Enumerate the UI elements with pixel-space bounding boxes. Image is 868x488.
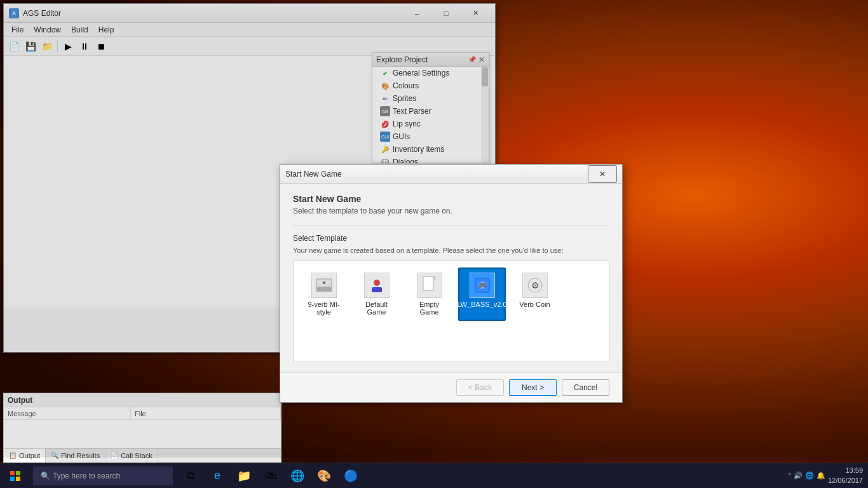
dialog-titlebar: Start New Game ✕: [280, 165, 622, 184]
svg-rect-14: [16, 471, 20, 475]
svg-rect-7: [433, 276, 436, 279]
dialog-separator: [293, 226, 609, 226]
taskbar-app-icons: ⧉ e 📁 🛍 🌐 🎨 🔵: [178, 463, 363, 489]
svg-rect-13: [10, 471, 15, 475]
dialog-body: Start New Game Select the template to ba…: [280, 184, 622, 372]
template-empty-icon: [417, 273, 442, 298]
volume-icon[interactable]: 🔊: [794, 471, 803, 480]
taskbar-search-text: Type here to search: [53, 471, 120, 480]
svg-point-3: [374, 280, 380, 286]
svg-rect-4: [372, 287, 382, 292]
notification-icon[interactable]: 🔔: [817, 471, 825, 480]
template-default[interactable]: Default Game: [353, 268, 400, 321]
next-button[interactable]: Next >: [509, 379, 557, 396]
start-button[interactable]: [0, 463, 31, 489]
system-clock[interactable]: 13:59 12/06/2017: [828, 466, 863, 485]
template-verbcoin-icon: ⚙: [522, 273, 548, 298]
svg-text:🖥: 🖥: [322, 281, 326, 285]
edge-icon[interactable]: e: [205, 463, 230, 489]
svg-rect-5: [423, 276, 433, 290]
template-grid: 🖥 9-verb MI-style Default Game: [293, 261, 609, 362]
template-default-icon: [364, 273, 390, 298]
back-button[interactable]: < Back: [456, 379, 504, 396]
explorer-icon[interactable]: 📁: [231, 463, 257, 489]
svg-text:🎮: 🎮: [478, 281, 487, 290]
template-empty[interactable]: Empty Game: [405, 268, 453, 321]
app7-icon[interactable]: 🔵: [338, 463, 363, 489]
task-view-button[interactable]: ⧉: [178, 463, 203, 489]
template-9verb-icon: 🖥: [311, 273, 337, 298]
template-verbcoin[interactable]: ⚙ Verb Coin: [511, 268, 559, 321]
dialog-footer: < Back Next > Cancel: [280, 372, 622, 402]
start-new-game-dialog: Start New Game ✕ Start New Game Select t…: [280, 164, 623, 403]
show-hidden-icons[interactable]: ^: [788, 472, 791, 479]
dialog-title: Start New Game: [285, 170, 588, 179]
dialog-heading: Start New Game: [293, 194, 609, 204]
template-lwbass-icon: 🎮: [470, 273, 495, 298]
taskbar-search-box[interactable]: 🔍 Type here to search: [33, 466, 173, 485]
cancel-button[interactable]: Cancel: [562, 379, 609, 396]
app6-icon[interactable]: 🎨: [311, 463, 337, 489]
taskbar: 🔍 Type here to search ⧉ e 📁 🛍 🌐 🎨 🔵 ^ 🔊 …: [0, 463, 868, 488]
taskbar-system-tray: ^ 🔊 🌐 🔔 13:59 12/06/2017: [788, 466, 868, 485]
template-9verb[interactable]: 🖥 9-verb MI-style: [300, 268, 348, 321]
search-magnifier-icon: 🔍: [41, 471, 50, 480]
svg-text:⚙: ⚙: [531, 280, 539, 290]
svg-rect-1: [316, 287, 332, 292]
template-lwbass[interactable]: 🎮 LW_BASS_v2.0: [458, 268, 506, 321]
dialog-section-label: Select Template: [293, 234, 609, 243]
store-icon[interactable]: 🛍: [258, 463, 283, 489]
network-icon[interactable]: 🌐: [805, 471, 814, 480]
svg-rect-15: [10, 477, 15, 481]
dialog-description: Your new game is created based on a temp…: [293, 247, 609, 254]
dialog-close-button[interactable]: ✕: [588, 165, 617, 183]
chrome-icon[interactable]: 🌐: [285, 463, 310, 489]
svg-rect-16: [16, 477, 20, 481]
dialog-subtitle: Select the template to base your new gam…: [293, 207, 609, 215]
